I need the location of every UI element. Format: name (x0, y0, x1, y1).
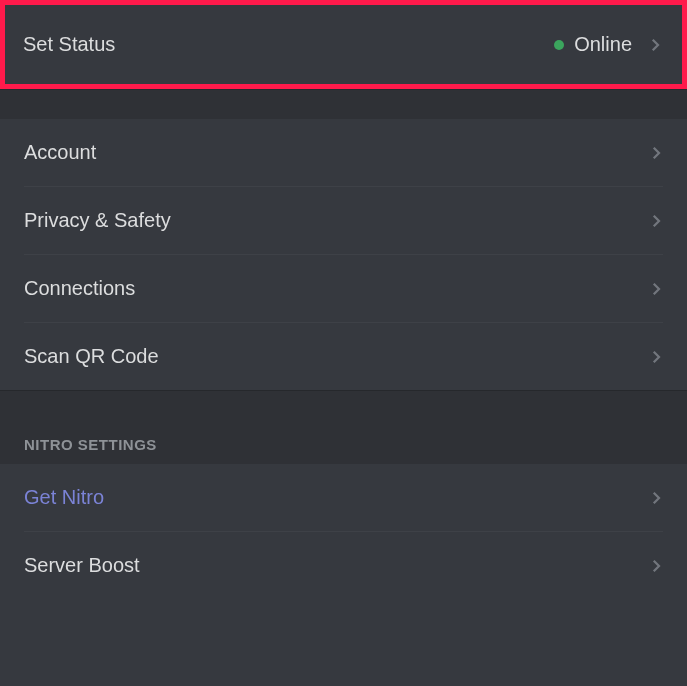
chevron-right-icon (647, 489, 665, 507)
scan-qr-label: Scan QR Code (24, 345, 159, 368)
get-nitro-label: Get Nitro (24, 486, 104, 509)
account-label: Account (24, 141, 96, 164)
nitro-section-header-text: NITRO SETTINGS (24, 436, 157, 453)
chevron-right-icon (646, 36, 664, 54)
get-nitro-row[interactable]: Get Nitro (0, 464, 687, 531)
account-row[interactable]: Account (0, 119, 687, 186)
chevron-right-icon (647, 212, 665, 230)
server-boost-row[interactable]: Server Boost (0, 532, 687, 599)
chevron-right-icon (647, 557, 665, 575)
status-dot-icon (554, 40, 564, 50)
server-boost-label: Server Boost (24, 554, 140, 577)
set-status-value: Online (574, 33, 632, 56)
chevron-right-icon (647, 348, 665, 366)
privacy-safety-row[interactable]: Privacy & Safety (0, 187, 687, 254)
connections-label: Connections (24, 277, 135, 300)
account-group: Account Privacy & Safety Connections Sca… (0, 119, 687, 390)
settings-screen: Set Status Online Account Privacy & Safe… (0, 0, 687, 686)
nitro-group: Get Nitro Server Boost (0, 464, 687, 599)
nitro-section-header: NITRO SETTINGS (0, 420, 687, 464)
chevron-right-icon (647, 144, 665, 162)
set-status-value-group: Online (554, 33, 664, 56)
highlight-set-status: Set Status Online (0, 0, 687, 89)
privacy-safety-label: Privacy & Safety (24, 209, 171, 232)
scan-qr-row[interactable]: Scan QR Code (0, 323, 687, 390)
set-status-row[interactable]: Set Status Online (5, 5, 682, 84)
connections-row[interactable]: Connections (0, 255, 687, 322)
set-status-label: Set Status (23, 33, 115, 56)
section-gap (0, 89, 687, 119)
chevron-right-icon (647, 280, 665, 298)
section-gap (0, 390, 687, 420)
